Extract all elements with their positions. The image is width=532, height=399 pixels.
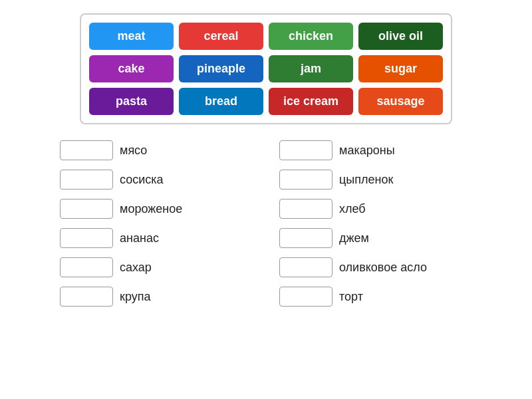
word-tile-chicken[interactable]: chicken bbox=[269, 23, 353, 50]
russian-word-label: хлеб bbox=[339, 202, 366, 216]
answer-box[interactable] bbox=[279, 228, 332, 248]
match-row: оливковое асло bbox=[279, 257, 472, 277]
russian-word-label: торт bbox=[339, 290, 363, 304]
russian-word-label: джем bbox=[339, 231, 369, 245]
word-tile-sausage[interactable]: sausage bbox=[358, 88, 443, 115]
match-row: сосиска bbox=[60, 170, 253, 190]
match-row: сахар bbox=[60, 257, 253, 277]
russian-word-label: мороженое bbox=[120, 202, 182, 216]
russian-word-label: оливковое асло bbox=[339, 261, 427, 275]
match-row: цыпленок bbox=[279, 170, 472, 190]
match-row: макароны bbox=[279, 140, 472, 160]
russian-word-label: сосиска bbox=[120, 173, 164, 187]
word-tile-cake[interactable]: cake bbox=[89, 55, 174, 82]
word-tile-sugar[interactable]: sugar bbox=[358, 55, 443, 82]
word-tile-olive-oil[interactable]: olive oil bbox=[358, 23, 443, 50]
answer-box[interactable] bbox=[279, 257, 332, 277]
russian-word-label: макароны bbox=[339, 144, 395, 158]
left-column: мясососискамороженоеананассахаркрупа bbox=[60, 140, 253, 316]
match-row: крупа bbox=[60, 287, 253, 307]
word-tile-meat[interactable]: meat bbox=[89, 23, 174, 50]
match-row: хлеб bbox=[279, 199, 472, 219]
answer-box[interactable] bbox=[279, 287, 332, 307]
word-tile-ice-cream[interactable]: ice cream bbox=[269, 88, 353, 115]
word-tile-cereal[interactable]: cereal bbox=[179, 23, 263, 50]
russian-word-label: ананас bbox=[120, 231, 159, 245]
word-bank: meatcerealchickenolive oilcakepineapleja… bbox=[80, 13, 452, 124]
match-row: мясо bbox=[60, 140, 253, 160]
match-row: мороженое bbox=[60, 199, 253, 219]
matching-area: мясососискамороженоеананассахаркрупа мак… bbox=[60, 140, 472, 316]
russian-word-label: мясо bbox=[120, 144, 147, 158]
answer-box[interactable] bbox=[279, 140, 332, 160]
match-row: ананас bbox=[60, 228, 253, 248]
word-tile-pasta[interactable]: pasta bbox=[89, 88, 174, 115]
answer-box[interactable] bbox=[60, 170, 113, 190]
word-tile-bread[interactable]: bread bbox=[179, 88, 263, 115]
match-row: торт bbox=[279, 287, 472, 307]
russian-word-label: цыпленок bbox=[339, 173, 393, 187]
russian-word-label: сахар bbox=[120, 261, 152, 275]
answer-box[interactable] bbox=[279, 199, 332, 219]
word-tile-jam[interactable]: jam bbox=[269, 55, 353, 82]
answer-box[interactable] bbox=[60, 199, 113, 219]
answer-box[interactable] bbox=[279, 170, 332, 190]
match-row: джем bbox=[279, 228, 472, 248]
right-column: макароныцыпленокхлебджемоливковое аслото… bbox=[279, 140, 472, 316]
answer-box[interactable] bbox=[60, 140, 113, 160]
answer-box[interactable] bbox=[60, 228, 113, 248]
russian-word-label: крупа bbox=[120, 290, 150, 304]
word-tile-pineaple[interactable]: pineaple bbox=[179, 55, 263, 82]
answer-box[interactable] bbox=[60, 257, 113, 277]
answer-box[interactable] bbox=[60, 287, 113, 307]
